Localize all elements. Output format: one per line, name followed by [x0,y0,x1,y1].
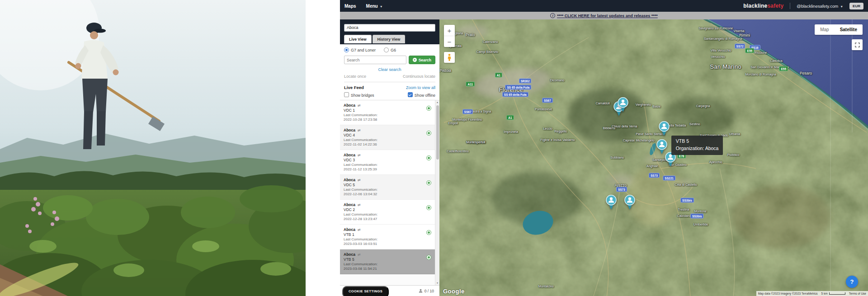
scrollbar-thumb[interactable] [436,105,439,160]
info-icon: i [550,13,555,18]
pegman-control[interactable] [444,52,455,63]
updates-link[interactable]: **** CLICK HERE for latest updates and r… [557,14,658,18]
chevron-down-icon: ▼ [840,5,843,8]
fullscreen-button[interactable] [852,39,863,50]
device-name: VTB 5 [344,257,429,262]
device-name: VDC 2 [344,207,429,212]
device-map-marker[interactable] [624,195,636,210]
scale-bar [829,292,845,295]
map-type-toggle: MapSatellite [815,24,863,35]
device-list-item[interactable]: Aboca⇄ VTB 5 Last Communication: 2023-03… [340,249,439,274]
radio-icon [384,47,389,52]
show-offline-checkbox[interactable]: Show offline [408,92,435,98]
live-feed-title: Live Feed [344,85,364,90]
search-plus-icon: + [413,58,417,62]
tooltip-organization: Organization: Aboca [676,145,719,152]
device-list-item[interactable]: Aboca⇄ VTB 1 Last Communication: 2023-03… [340,225,439,249]
person-icon [419,289,423,293]
device-map-marker[interactable] [658,121,670,136]
online-status-icon [426,255,431,260]
last-communication-label: Last Communication: [344,212,429,216]
search-panel: G7 and LonerG6 + Search Clear search Loc… [340,44,439,100]
zoom-to-view-all-link[interactable]: Zoom to view all [406,85,435,90]
scrollbar[interactable]: ▲ ▼ [435,100,439,285]
person-pin-icon [617,97,629,112]
last-communication-label: Last Communication: [344,262,429,266]
account-menu[interactable]: @blacklinesafety.com▼ [797,4,843,9]
person-pin-icon [658,121,670,136]
pegman-icon [447,54,452,61]
last-communication-label: Last Communication: [344,163,429,167]
search-input[interactable] [344,56,406,64]
chevron-down-icon: ▼ [380,5,383,8]
nav-maps[interactable]: Maps [344,4,356,9]
scroll-down-arrow[interactable]: ▼ [435,281,439,285]
locate-once-button[interactable]: Locate once [344,74,366,79]
last-communication-timestamp: 2023-03-08 11:54:21 [344,267,429,271]
tab-live-view[interactable]: Live View [344,35,372,43]
device-org: Aboca [344,153,355,157]
currency-button[interactable]: EUR [849,3,863,9]
device-type-icon: ⇄ [358,103,361,108]
device-org: Aboca [344,252,355,257]
nav-menu[interactable]: Menu▼ [366,4,383,9]
device-name: VDC 1 [344,108,429,113]
top-nav: Maps Menu▼ blacklinesafety @blacklinesaf… [340,0,868,12]
device-name: VDC 3 [344,158,429,162]
user-counter: 0 / 10 [419,289,434,293]
checkbox-icon [408,92,413,97]
zoom-out-button[interactable]: − [444,36,455,47]
field-photo-illustration [0,0,306,296]
google-logo[interactable]: Google [443,288,465,295]
person-pin-icon [605,195,617,210]
device-list-item[interactable]: Aboca⇄ VDC 1 Last Communication: 2022-10… [340,100,439,125]
organization-filter-input[interactable] [344,24,435,32]
device-org: Aboca [344,128,355,132]
satellite-view-button[interactable]: Satellite [835,24,863,35]
map-canvas[interactable]: PistoiaAglianaPratoQuarrataCalenzanoCamp… [439,19,868,296]
field-photo [0,0,306,296]
map-tooltip: VTB 5 Organization: Aboca [671,136,723,155]
tab-history-view[interactable]: History View [373,35,406,43]
scroll-up-arrow[interactable]: ▲ [435,100,439,104]
map-vector-overlay [439,19,868,296]
radio-g7-and-loner[interactable]: G7 and Loner [344,47,376,52]
device-type-icon: ⇄ [358,203,361,207]
device-map-marker[interactable] [617,97,629,112]
search-button[interactable]: + Search [409,56,435,64]
map-view-button[interactable]: Map [815,24,834,35]
device-org: Aboca [344,103,355,108]
blackline-safety-logo: blacklinesafety [743,3,783,9]
device-type-icon: ⇄ [358,178,361,182]
device-list-item[interactable]: Aboca⇄ VDC 4 Last Communication: 2022-11… [340,125,439,150]
zoom-in-button[interactable]: + [444,25,455,36]
cookie-settings-button[interactable]: COOKIE SETTINGS [342,286,389,296]
device-name: VTB 1 [344,232,429,237]
device-map-marker[interactable] [605,195,617,210]
last-communication-label: Last Communication: [344,237,429,241]
device-name: VDC 4 [344,133,429,137]
tooltip-device-name: VTB 5 [676,138,719,145]
continuous-locate-button[interactable]: Continuous locate [403,74,435,79]
device-list-item[interactable]: Aboca⇄ VDC 2 Last Communication: 2022-12… [340,200,439,225]
device-org: Aboca [344,202,355,207]
last-communication-timestamp: 2022-12-28 13:23:47 [344,217,429,221]
device-type-icon: ⇄ [358,228,361,232]
help-button[interactable]: ? [846,276,858,288]
online-status-icon [426,180,431,185]
clear-search-link[interactable]: Clear search [344,67,435,72]
online-status-icon [426,106,431,111]
notice-bar: i **** CLICK HERE for latest updates and… [340,12,868,19]
last-communication-timestamp: 2022-12-06 13:04:32 [344,192,429,196]
blackline-live-app: Maps Menu▼ blacklinesafety @blacklinesaf… [340,0,868,296]
attribution-text: Map data ©2023 Imagery ©2023 TerraMetric… [758,292,818,295]
device-list-item[interactable]: Aboca⇄ VDC 3 Last Communication: 2022-11… [340,150,439,175]
show-bridges-checkbox[interactable]: Show bridges [344,92,374,98]
last-communication-timestamp: 2022-10-28 17:23:58 [344,117,429,122]
radio-g6[interactable]: G6 [384,47,396,52]
terms-of-use-link[interactable]: Terms of Use [849,292,866,295]
last-communication-timestamp: 2022-11-12 13:25:39 [344,167,429,171]
device-list-item[interactable]: Aboca⇄ VDC 5 Last Communication: 2022-12… [340,175,439,200]
sidebar: Live ViewHistory View G7 and LonerG6 + S… [340,19,439,296]
device-list: Aboca⇄ VDC 1 Last Communication: 2022-10… [340,100,439,285]
